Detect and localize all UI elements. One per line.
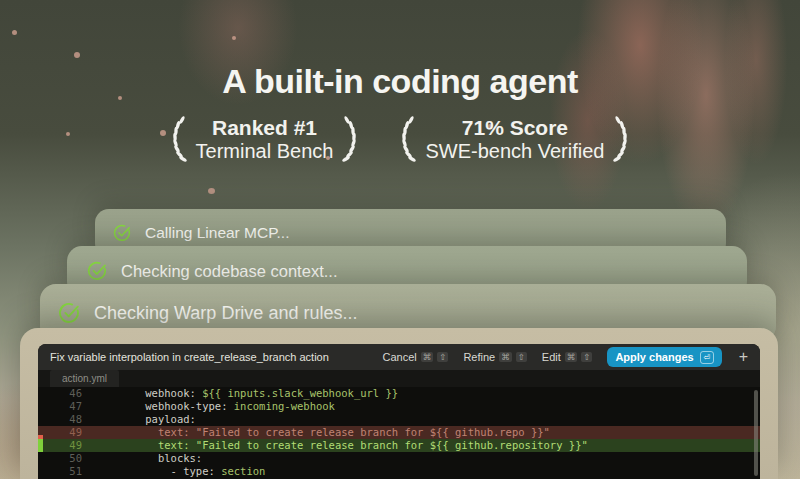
code-line: 51 - type: section [38, 465, 760, 478]
hero-screenshot: A built-in coding agent Ranked #1 Termin… [0, 0, 800, 479]
line-number: 46 [38, 387, 82, 400]
badge-score: 71% Score [425, 116, 604, 140]
code-text: text: "Failed to create release branch f… [120, 426, 550, 439]
cancel-button[interactable]: Cancel ⌘ ⇧ [383, 351, 449, 363]
badge-benchmark: SWE-bench Verified [425, 140, 604, 162]
cmd-key-icon: ⌘ [421, 352, 434, 363]
particle-dot [232, 36, 236, 40]
cancel-label: Cancel [383, 351, 417, 363]
line-number: 48 [38, 413, 82, 426]
shift-key-icon: ⇧ [437, 352, 448, 363]
scrollbar[interactable] [754, 390, 758, 476]
edit-label: Edit [542, 351, 561, 363]
check-circle-icon [87, 261, 107, 281]
refine-label: Refine [463, 351, 495, 363]
line-number: 51 [38, 465, 82, 478]
laurel-right-icon [612, 116, 632, 162]
tab-action-yml[interactable]: action.yml [50, 370, 119, 387]
diff-panel: Fix variable interpolation in create_rel… [38, 344, 760, 479]
laurel-left-icon [168, 116, 188, 162]
particle-dot [12, 30, 17, 35]
line-number: 47 [38, 400, 82, 413]
shift-key-icon: ⇧ [516, 352, 527, 363]
enter-key-icon: ⏎ [700, 351, 714, 364]
badge-benchmark: Terminal Bench [196, 140, 334, 162]
laurel-right-icon [341, 116, 361, 162]
cmd-key-icon: ⌘ [565, 352, 578, 363]
badge-swe-bench: 71% Score SWE-bench Verified [397, 116, 632, 162]
laurel-left-icon [397, 116, 417, 162]
award-badges: Ranked #1 Terminal Bench [0, 116, 800, 162]
edit-button[interactable]: Edit ⌘ ⇧ [542, 351, 593, 363]
code-text: blocks: [120, 452, 202, 465]
add-tab-button[interactable]: + [737, 349, 750, 365]
agent-step-label: Checking Warp Drive and rules... [94, 303, 357, 324]
code-line-added: 49 text: "Failed to create release branc… [38, 439, 760, 452]
diff-card: Fix variable interpolation in create_rel… [20, 328, 778, 479]
code-line: 46 webhook: ${{ inputs.slack_webhook_url… [38, 387, 760, 400]
particle-dot [74, 52, 80, 58]
badge-rank: Ranked #1 [196, 116, 334, 140]
badge-text: Ranked #1 Terminal Bench [196, 116, 334, 162]
added-line-gutter-marker [38, 439, 43, 452]
code-text: text: "Failed to create release branch f… [120, 439, 588, 452]
agent-step-label: Calling Linear MCP... [145, 224, 289, 242]
tab-bar: action.yml [38, 370, 760, 387]
cmd-key-icon: ⌘ [499, 352, 512, 363]
apply-changes-button[interactable]: Apply changes ⏎ [607, 347, 721, 367]
refine-button[interactable]: Refine ⌘ ⇧ [463, 351, 526, 363]
check-circle-icon [58, 302, 80, 324]
code-editor[interactable]: 46 webhook: ${{ inputs.slack_webhook_url… [38, 387, 760, 479]
code-line-removed: 49 text: "Failed to create release branc… [38, 426, 760, 439]
check-circle-icon [113, 224, 131, 242]
line-number: 49 [38, 439, 82, 452]
diff-title: Fix variable interpolation in create_rel… [50, 351, 329, 363]
diff-panel-header: Fix variable interpolation in create_rel… [38, 344, 760, 370]
line-number: 50 [38, 452, 82, 465]
apply-changes-label: Apply changes [615, 351, 693, 363]
page-title: A built-in coding agent [0, 62, 800, 101]
line-number: 49 [38, 426, 82, 439]
code-line: 50 blocks: [38, 452, 760, 465]
code-line: 48 payload: [38, 413, 760, 426]
diff-actions: Cancel ⌘ ⇧ Refine ⌘ ⇧ Edit ⌘ ⇧ [383, 347, 750, 367]
code-text: payload: [120, 413, 196, 426]
code-text: webhook: ${{ inputs.slack_webhook_url }} [120, 387, 398, 400]
code-line: 47 webhook-type: incoming-webhook [38, 400, 760, 413]
badge-text: 71% Score SWE-bench Verified [425, 116, 604, 162]
particle-dot [208, 188, 215, 194]
code-text: - type: section [120, 465, 265, 478]
shift-key-icon: ⇧ [581, 352, 592, 363]
badge-terminal-bench: Ranked #1 Terminal Bench [168, 116, 362, 162]
code-text: webhook-type: incoming-webhook [120, 400, 335, 413]
agent-step-label: Checking codebase context... [121, 262, 337, 281]
